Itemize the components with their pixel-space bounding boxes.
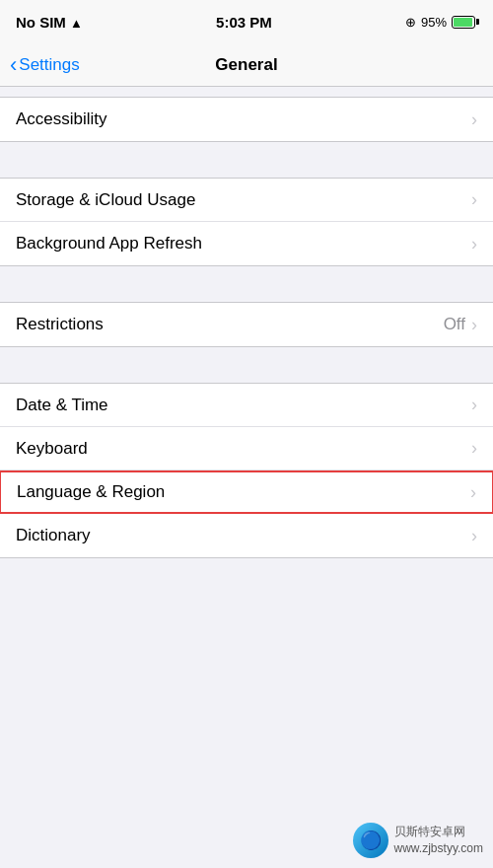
status-bar: No SIM ▲ 5:03 PM ⊕ 95% xyxy=(0,0,493,43)
chevron-right-icon-accessibility: › xyxy=(471,109,477,130)
item-right-storage-icloud: › xyxy=(471,189,477,210)
item-label-language-region: Language & Region xyxy=(17,482,165,502)
settings-item-accessibility[interactable]: Accessibility › xyxy=(0,98,493,141)
chevron-right-icon-dictionary: › xyxy=(471,526,477,546)
chevron-right-icon-keyboard: › xyxy=(471,438,477,459)
item-label-accessibility: Accessibility xyxy=(16,109,107,129)
location-icon: ⊕ xyxy=(405,15,416,30)
watermark: 🔵 贝斯特安卓网 www.zjbstyy.com xyxy=(353,823,483,858)
item-right-background-app-refresh: › xyxy=(471,234,477,254)
chevron-right-icon-language-region: › xyxy=(470,482,476,503)
settings-group-2: Storage & iCloud Usage › Background App … xyxy=(0,178,493,266)
item-label-storage-icloud: Storage & iCloud Usage xyxy=(16,190,195,210)
chevron-right-icon-date-time: › xyxy=(471,395,477,415)
settings-item-date-time[interactable]: Date & Time › xyxy=(0,384,493,427)
battery-icon xyxy=(452,16,477,29)
back-chevron-icon: ‹ xyxy=(10,52,17,78)
settings-item-storage-icloud[interactable]: Storage & iCloud Usage › xyxy=(0,179,493,222)
wifi-icon: ▲ xyxy=(70,16,83,31)
back-button[interactable]: ‹ Settings xyxy=(10,52,80,78)
item-right-accessibility: › xyxy=(471,109,477,130)
item-right-keyboard: › xyxy=(471,438,477,459)
settings-item-restrictions[interactable]: Restrictions Off › xyxy=(0,303,493,346)
item-label-keyboard: Keyboard xyxy=(16,439,88,459)
item-right-restrictions: Off › xyxy=(444,315,477,335)
separator-3 xyxy=(0,347,493,383)
item-label-dictionary: Dictionary xyxy=(16,526,91,545)
page-title: General xyxy=(215,55,277,75)
battery-body xyxy=(452,16,475,29)
battery-percentage: 95% xyxy=(421,15,447,30)
item-value-restrictions: Off xyxy=(444,315,465,334)
chevron-right-icon-restrictions: › xyxy=(471,315,477,335)
separator-2 xyxy=(0,266,493,302)
battery-fill xyxy=(454,18,472,27)
separator-0 xyxy=(0,87,493,97)
settings-group-3: Restrictions Off › xyxy=(0,302,493,347)
item-label-background-app-refresh: Background App Refresh xyxy=(16,234,202,253)
watermark-site: www.zjbstyy.com xyxy=(394,840,483,857)
time-label: 5:03 PM xyxy=(216,14,272,31)
item-right-dictionary: › xyxy=(471,526,477,546)
settings-item-dictionary[interactable]: Dictionary › xyxy=(0,514,493,557)
item-label-date-time: Date & Time xyxy=(16,396,108,415)
item-right-date-time: › xyxy=(471,395,477,415)
settings-item-language-region[interactable]: Language & Region › xyxy=(0,470,493,514)
item-label-restrictions: Restrictions xyxy=(16,315,104,334)
carrier-label: No SIM ▲ xyxy=(16,14,83,31)
item-right-language-region: › xyxy=(470,482,476,503)
watermark-text: 贝斯特安卓网 www.zjbstyy.com xyxy=(394,824,483,857)
watermark-logo: 🔵 xyxy=(353,823,388,858)
settings-group-1: Accessibility › xyxy=(0,97,493,142)
settings-group-4: Date & Time › Keyboard › Language & Regi… xyxy=(0,383,493,558)
settings-item-background-app-refresh[interactable]: Background App Refresh › xyxy=(0,222,493,265)
watermark-logo-symbol: 🔵 xyxy=(360,830,382,851)
status-right: ⊕ 95% xyxy=(405,15,477,30)
chevron-right-icon-background-app-refresh: › xyxy=(471,234,477,254)
back-label: Settings xyxy=(19,55,79,75)
nav-bar: ‹ Settings General xyxy=(0,43,493,87)
separator-1 xyxy=(0,142,493,178)
settings-item-keyboard[interactable]: Keyboard › xyxy=(0,427,493,470)
chevron-right-icon-storage-icloud: › xyxy=(471,189,477,210)
page-wrapper: No SIM ▲ 5:03 PM ⊕ 95% ‹ Settings Genera… xyxy=(0,0,493,868)
watermark-brand: 贝斯特安卓网 xyxy=(394,824,483,840)
